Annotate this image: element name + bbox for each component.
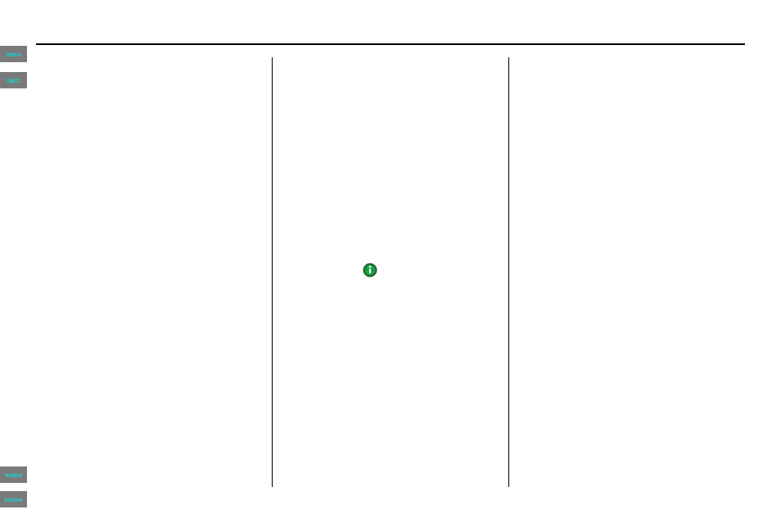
svg-rect-2 bbox=[369, 266, 372, 268]
content-columns bbox=[36, 57, 745, 487]
column-2 bbox=[272, 57, 508, 487]
nav-intro-button[interactable]: Intro bbox=[0, 46, 27, 62]
left-nav: Intro SEC Index Home bbox=[0, 0, 27, 532]
column-1 bbox=[36, 57, 272, 487]
nav-sec-button[interactable]: SEC bbox=[0, 72, 27, 88]
top-divider bbox=[36, 43, 745, 45]
svg-rect-3 bbox=[369, 268, 371, 273]
info-icon[interactable] bbox=[363, 263, 377, 277]
column-3 bbox=[508, 57, 745, 487]
nav-home-button[interactable]: Home bbox=[0, 491, 27, 507]
nav-index-button[interactable]: Index bbox=[0, 467, 27, 483]
